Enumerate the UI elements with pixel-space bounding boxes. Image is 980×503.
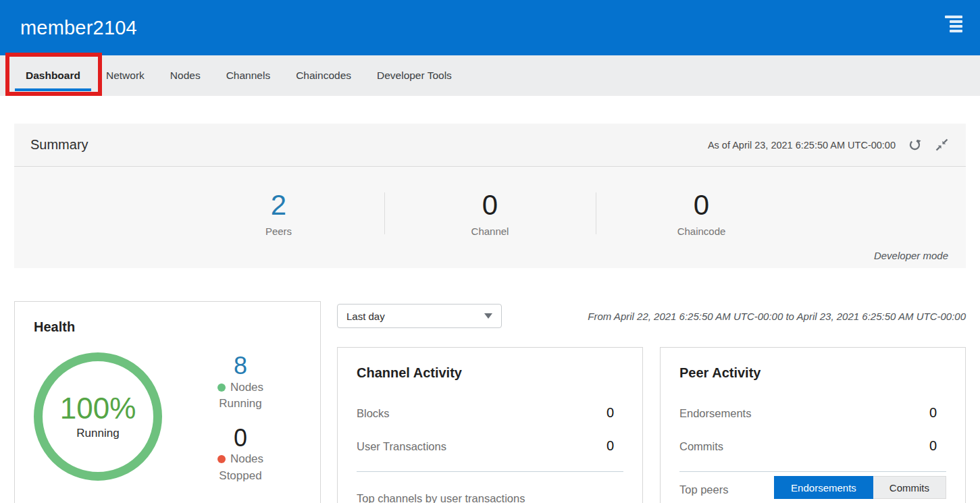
tab-channels[interactable]: Channels <box>226 70 271 82</box>
as-of-timestamp: As of April 23, 2021 6:25:50 AM UTC-00:0… <box>708 140 896 151</box>
stat-peers: 2 Peers <box>174 190 384 236</box>
stat-chaincode: 0 Chaincode <box>596 190 807 236</box>
main-content: Health 100% Running 8 Nodes Running 0 No… <box>0 301 980 503</box>
channel-activity-title: Channel Activity <box>357 365 623 381</box>
time-range-select[interactable]: Last day <box>337 304 502 328</box>
tab-network[interactable]: Network <box>106 70 145 82</box>
summary-panel: Summary As of April 23, 2021 6:25:50 AM … <box>14 124 966 268</box>
nodes-stopped-label: Nodes Stopped <box>217 451 263 484</box>
activity-cards-row: Channel Activity Blocks 0 User Transacti… <box>337 347 966 503</box>
nodes-running-label-line1: Nodes <box>230 381 263 394</box>
stat-peers-value: 2 <box>174 190 384 221</box>
summary-header-right: As of April 23, 2021 6:25:50 AM UTC-00:0… <box>708 137 950 153</box>
metric-row-user-transactions: User Transactions 0 <box>357 438 623 454</box>
menu-bar <box>945 16 962 18</box>
health-percent-label: Running <box>76 427 119 440</box>
collapse-icon[interactable] <box>933 137 950 153</box>
summary-title: Summary <box>30 137 88 153</box>
commits-toggle-button[interactable]: Commits <box>873 476 946 499</box>
summary-body: 2 Peers 0 Channel 0 Chaincode Developer … <box>14 167 966 268</box>
refresh-icon[interactable] <box>906 137 923 153</box>
summary-stats: 2 Peers 0 Channel 0 Chaincode <box>174 190 807 236</box>
stat-chaincode-value: 0 <box>596 190 807 221</box>
peer-activity-card: Peer Activity Endorsements 0 Commits 0 T… <box>660 347 966 503</box>
instance-title: member2104 <box>20 17 137 39</box>
endorsements-value: 0 <box>929 405 946 421</box>
nodes-running-value: 8 <box>234 352 247 379</box>
tab-developer-tools[interactable]: Developer Tools <box>377 70 452 82</box>
user-transactions-value: 0 <box>607 438 623 454</box>
blocks-label: Blocks <box>357 407 390 420</box>
time-range-selected-value: Last day <box>346 311 385 322</box>
menu-bar <box>950 20 962 23</box>
running-status-dot-icon <box>217 383 226 392</box>
nodes-stopped-label-line2: Stopped <box>219 469 261 482</box>
stat-channel: 0 Channel <box>385 190 596 236</box>
stopped-status-dot-icon <box>217 455 226 463</box>
endorsements-label: Endorsements <box>679 407 751 420</box>
tab-nodes[interactable]: Nodes <box>170 70 201 82</box>
divider <box>679 471 946 472</box>
health-body: 100% Running 8 Nodes Running 0 Nodes Sto… <box>34 352 301 485</box>
top-peers-label: Top peers <box>679 483 728 499</box>
blocks-value: 0 <box>607 405 623 421</box>
endorsements-toggle-button[interactable]: Endorsements <box>774 476 873 499</box>
nodes-running-label: Nodes Running <box>217 379 263 413</box>
health-ring-gauge: 100% Running <box>34 352 162 481</box>
peer-footer-row: Top peers Endorsements Commits <box>679 476 946 499</box>
stat-chaincode-label: Chaincode <box>596 226 807 237</box>
peer-activity-title: Peer Activity <box>679 365 946 381</box>
activity-column: Last day From April 22, 2021 6:25:50 AM … <box>337 301 966 503</box>
chevron-down-icon <box>484 313 492 319</box>
tab-bar: Dashboard Network Nodes Channels Chainco… <box>0 55 980 96</box>
date-range-text: From April 22, 2021 6:25:50 AM UTC-00:00… <box>588 311 966 322</box>
metric-row-commits: Commits 0 <box>679 438 946 454</box>
menu-bar <box>950 25 962 28</box>
metric-row-blocks: Blocks 0 <box>357 405 623 421</box>
stat-channel-value: 0 <box>385 190 596 221</box>
commits-value: 0 <box>929 438 946 454</box>
nodes-stopped-label-line1: Nodes <box>230 452 263 465</box>
nodes-stopped-value: 0 <box>234 425 247 452</box>
user-transactions-label: User Transactions <box>357 440 446 453</box>
tab-dashboard[interactable]: Dashboard <box>26 70 80 82</box>
stat-channel-label: Channel <box>385 226 596 237</box>
top-channels-label: Top channels by user transactions <box>357 492 623 503</box>
hamburger-menu-icon[interactable] <box>942 13 965 35</box>
metric-row-endorsements: Endorsements 0 <box>679 405 946 421</box>
nodes-running-label-line2: Running <box>219 397 261 410</box>
health-percent: 100% <box>60 393 136 424</box>
filter-row: Last day From April 22, 2021 6:25:50 AM … <box>337 304 966 328</box>
peer-toggle-group: Endorsements Commits <box>774 476 946 499</box>
app-header: member2104 <box>0 0 980 55</box>
health-title: Health <box>34 319 301 335</box>
health-node-stats: 8 Nodes Running 0 Nodes Stopped <box>180 352 301 485</box>
health-card: Health 100% Running 8 Nodes Running 0 No… <box>14 301 321 503</box>
commits-label: Commits <box>679 440 723 453</box>
channel-activity-card: Channel Activity Blocks 0 User Transacti… <box>337 347 643 503</box>
menu-bar <box>950 30 962 32</box>
summary-header: Summary As of April 23, 2021 6:25:50 AM … <box>14 124 966 167</box>
divider <box>357 471 623 472</box>
stat-peers-label: Peers <box>174 226 384 237</box>
app-window: member2104 Dashboard Network Nodes Chann… <box>0 0 980 503</box>
developer-mode-note: Developer mode <box>874 250 948 261</box>
tab-chaincodes[interactable]: Chaincodes <box>296 70 351 82</box>
